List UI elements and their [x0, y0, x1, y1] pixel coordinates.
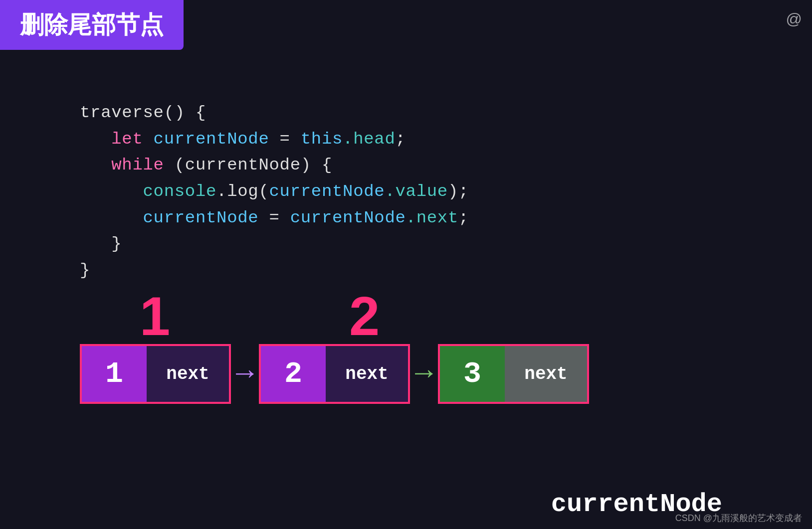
code-console: console	[143, 182, 217, 201]
code-indent-5	[80, 234, 111, 253]
code-indent-1	[80, 130, 111, 149]
node-1: 1 next	[80, 344, 231, 404]
code-currentNode-log: currentNode	[269, 182, 385, 201]
node-3-value: 3	[440, 346, 505, 402]
linked-list: 1 next → 2 next → 3 next	[80, 344, 589, 404]
arrow-2: →	[410, 357, 438, 391]
code-line-7: }	[80, 257, 469, 284]
code-let-kw: let	[111, 130, 143, 149]
watermark-top: @	[786, 10, 802, 28]
code-dot-log: .log	[216, 182, 258, 201]
title-banner: 删除尾部节点	[0, 0, 184, 50]
code-currentNode-var: currentNode	[143, 130, 269, 149]
code-dot-value: .value	[385, 182, 448, 201]
code-semi1: ;	[396, 130, 406, 149]
arrow-1-icon: →	[236, 357, 254, 391]
code-log-end: );	[448, 182, 469, 201]
code-indent-4	[80, 208, 143, 227]
code-inner-brace: }	[111, 234, 122, 253]
code-currentNode-assign: currentNode	[143, 208, 259, 227]
arrow-2-icon: →	[415, 357, 433, 391]
code-semi2: ;	[458, 208, 469, 227]
code-line-2: let currentNode = this.head;	[80, 126, 469, 153]
indicator-1: 1	[140, 284, 170, 348]
node-1-value: 1	[82, 346, 147, 402]
code-traverse-fn: traverse() {	[80, 103, 206, 122]
indicator-2: 2	[349, 284, 380, 348]
code-eq2: =	[258, 208, 279, 227]
node-3: 3 next	[438, 344, 589, 404]
code-line-1: traverse() {	[80, 100, 469, 126]
node-2-value: 2	[261, 346, 326, 402]
code-line-6: }	[80, 231, 469, 257]
code-log-paren: (	[258, 182, 269, 201]
code-outer-brace: }	[80, 261, 90, 280]
code-indent-3	[80, 182, 143, 201]
code-this: this	[290, 130, 343, 149]
node-3-next: next	[505, 346, 587, 402]
node-2-next: next	[326, 346, 408, 402]
attribution: CSDN @九雨溪般的艺术变成者	[675, 512, 802, 524]
node-2: 2 next	[259, 344, 410, 404]
code-indent-2	[80, 156, 111, 175]
node-1-next: next	[147, 346, 229, 402]
code-block: traverse() { let currentNode = this.head…	[80, 100, 469, 284]
code-line-5: currentNode = currentNode.next;	[80, 205, 469, 231]
title-text: 删除尾部节点	[20, 11, 164, 38]
code-dot-head: .head	[343, 130, 395, 149]
code-eq1: =	[269, 130, 290, 149]
code-dot-next: .next	[406, 208, 458, 227]
code-while-kw: while	[111, 156, 164, 175]
code-line-3: while (currentNode) {	[80, 152, 469, 178]
code-line-4: console.log(currentNode.value);	[80, 178, 469, 205]
code-currentNode-next-var: currentNode	[280, 208, 406, 227]
code-while-cond: (currentNode) {	[164, 156, 332, 175]
arrow-1: →	[231, 357, 259, 391]
